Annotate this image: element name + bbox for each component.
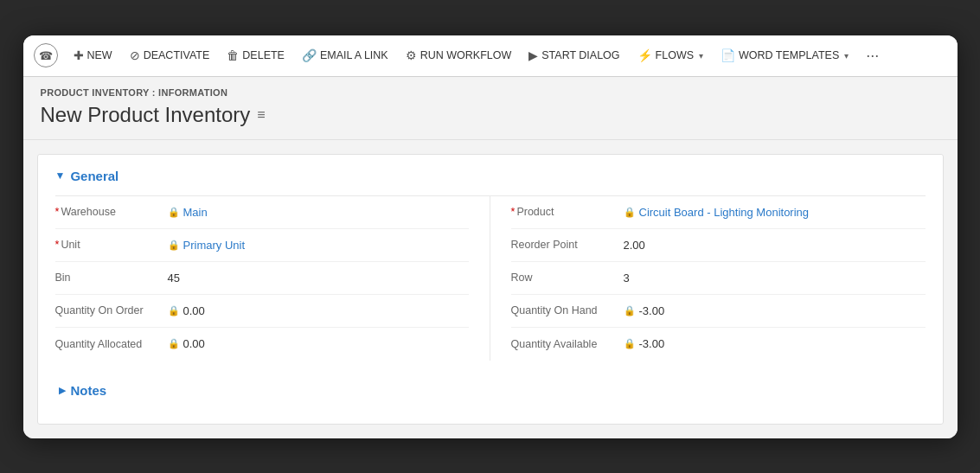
- deactivate-icon: ⊘: [130, 48, 140, 62]
- product-row: Product 🔒 Circuit Board - Lighting Monit…: [511, 196, 926, 229]
- notes-section-title: Notes: [71, 383, 107, 398]
- row-label: Row: [511, 272, 624, 284]
- warehouse-label: Warehouse: [55, 206, 168, 218]
- product-lock-icon: 🔒: [624, 207, 636, 218]
- breadcrumb: PRODUCT INVENTORY : INFORMATION: [41, 87, 940, 98]
- more-options-button[interactable]: ···: [859, 43, 886, 68]
- unit-row: Unit 🔒 Primary Unit: [55, 229, 469, 262]
- quantity-allocated-label: Quantity Allocated: [55, 338, 168, 350]
- product-label: Product: [511, 206, 624, 218]
- quantity-on-order-value: 🔒 0.00: [168, 304, 205, 317]
- unit-value[interactable]: 🔒 Primary Unit: [168, 239, 246, 252]
- page-header: PRODUCT INVENTORY : INFORMATION New Prod…: [23, 77, 958, 140]
- bin-row: Bin 45: [55, 262, 469, 295]
- quantity-allocated-lock-icon: 🔒: [168, 338, 180, 349]
- general-section-header[interactable]: ▼ General: [55, 169, 926, 183]
- quantity-on-hand-label: Quantity On Hand: [511, 304, 624, 316]
- notes-section-header[interactable]: ▶ Notes: [55, 374, 926, 406]
- word-templates-chevron-icon: ▾: [844, 51, 849, 61]
- bin-label: Bin: [55, 272, 168, 284]
- main-card: ▼ General Warehouse 🔒 Main: [37, 154, 944, 425]
- word-templates-icon: 📄: [721, 48, 735, 62]
- quantity-on-hand-lock-icon: 🔒: [624, 305, 636, 316]
- reorder-point-label: Reorder Point: [511, 239, 624, 251]
- quantity-on-order-lock-icon: 🔒: [168, 305, 180, 316]
- quantity-on-order-label: Quantity On Order: [55, 304, 168, 316]
- run-workflow-icon: ⚙: [406, 48, 417, 62]
- content-area: ▼ General Warehouse 🔒 Main: [23, 140, 958, 438]
- email-link-icon: 🔗: [302, 48, 317, 62]
- unit-lock-icon: 🔒: [168, 240, 180, 251]
- email-link-button[interactable]: 🔗 EMAIL A LINK: [295, 44, 395, 67]
- reorder-point-value: 2.00: [624, 239, 645, 252]
- start-dialog-icon: ▶: [528, 48, 538, 62]
- quantity-on-hand-value: 🔒 -3.00: [624, 304, 665, 317]
- warehouse-row: Warehouse 🔒 Main: [55, 196, 469, 229]
- toolbar: ☎ ✚ NEW ⊘ DEACTIVATE 🗑 DELETE 🔗 EMAIL A …: [23, 35, 958, 77]
- quantity-available-label: Quantity Available: [511, 338, 624, 350]
- flows-chevron-icon: ▾: [699, 51, 703, 61]
- new-icon: ✚: [74, 48, 84, 62]
- quantity-on-order-row: Quantity On Order 🔒 0.00: [55, 295, 469, 328]
- general-form-grid: Warehouse 🔒 Main Unit 🔒 Primary Unit: [55, 195, 926, 361]
- form-left-column: Warehouse 🔒 Main Unit 🔒 Primary Unit: [55, 196, 490, 361]
- deactivate-button[interactable]: ⊘ DEACTIVATE: [123, 44, 217, 67]
- start-dialog-button[interactable]: ▶ START DIALOG: [522, 44, 626, 67]
- delete-button[interactable]: 🗑 DELETE: [220, 44, 291, 67]
- page-title: New Product Inventory: [41, 103, 251, 127]
- page-menu-icon[interactable]: ≡: [257, 107, 265, 123]
- delete-icon: 🗑: [227, 48, 239, 62]
- quantity-on-hand-row: Quantity On Hand 🔒 -3.00: [511, 295, 926, 328]
- row-field-row: Row 3: [511, 262, 926, 295]
- word-templates-button[interactable]: 📄 WORD TEMPLATES ▾: [714, 44, 855, 67]
- page-title-row: New Product Inventory ≡: [41, 103, 940, 127]
- quantity-allocated-row: Quantity Allocated 🔒 0.00: [55, 328, 469, 361]
- unit-label: Unit: [55, 239, 168, 251]
- row-value: 3: [624, 272, 630, 284]
- bin-value: 45: [168, 272, 180, 284]
- product-value[interactable]: 🔒 Circuit Board - Lighting Monitoring: [624, 206, 810, 219]
- quantity-available-value: 🔒 -3.00: [624, 337, 665, 350]
- phone-icon: ☎: [34, 43, 58, 67]
- general-chevron-icon: ▼: [55, 169, 66, 182]
- general-section-title: General: [70, 169, 118, 183]
- flows-button[interactable]: ⚡ FLOWS ▾: [631, 44, 710, 67]
- flows-icon: ⚡: [637, 48, 652, 62]
- app-window: ☎ ✚ NEW ⊘ DEACTIVATE 🗑 DELETE 🔗 EMAIL A …: [23, 35, 958, 438]
- notes-chevron-icon: ▶: [59, 385, 66, 396]
- run-workflow-button[interactable]: ⚙ RUN WORKFLOW: [399, 44, 519, 67]
- quantity-available-lock-icon: 🔒: [624, 338, 636, 349]
- warehouse-lock-icon: 🔒: [168, 207, 180, 218]
- reorder-point-row: Reorder Point 2.00: [511, 229, 926, 262]
- new-button[interactable]: ✚ NEW: [67, 44, 119, 67]
- quantity-allocated-value: 🔒 0.00: [168, 337, 205, 350]
- form-right-column: Product 🔒 Circuit Board - Lighting Monit…: [490, 196, 926, 361]
- quantity-available-row: Quantity Available 🔒 -3.00: [511, 328, 926, 361]
- warehouse-value[interactable]: 🔒 Main: [168, 206, 208, 219]
